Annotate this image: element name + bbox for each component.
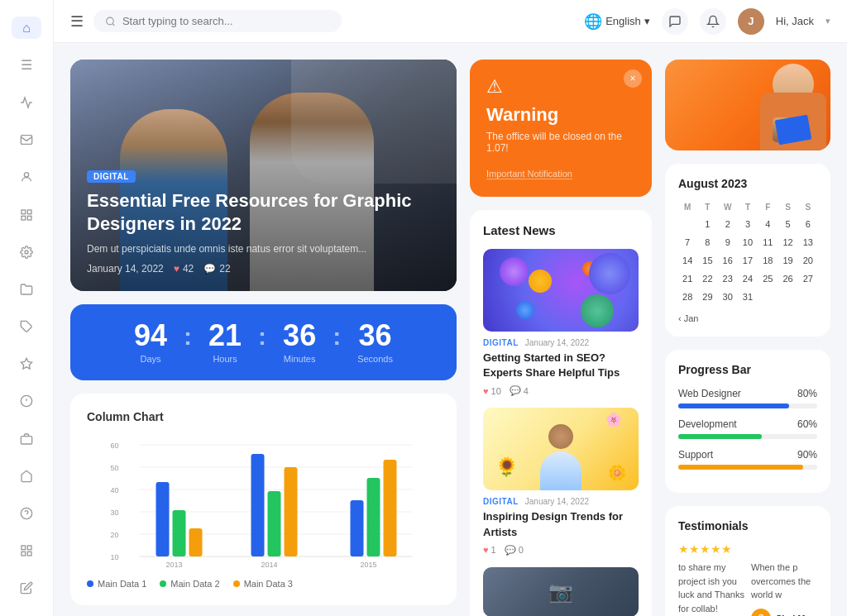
sidebar-item-document[interactable]: ☰ <box>12 54 41 76</box>
cal-day-24[interactable]: 24 <box>739 270 757 287</box>
chart-legend: Main Data 1 Main Data 2 Main Data 3 <box>87 579 440 589</box>
svg-rect-43 <box>384 460 397 556</box>
warning-close-button[interactable]: × <box>624 69 642 88</box>
svg-rect-41 <box>351 500 364 556</box>
countdown-sep2: : <box>258 322 266 351</box>
cal-day-30[interactable]: 30 <box>719 289 737 305</box>
cal-day-25[interactable]: 25 <box>758 270 777 287</box>
cal-day-20[interactable]: 20 <box>799 252 817 269</box>
svg-text:10: 10 <box>111 553 119 561</box>
sidebar-item-chart[interactable] <box>12 91 41 113</box>
testimonials-content: to share my project ish you luck and Tha… <box>678 561 817 616</box>
topnav: ☰ 🌐 English ▾ J Hi, Jack ▾ <box>54 0 847 43</box>
main-wrapper: ☰ 🌐 English ▾ J Hi, Jack ▾ <box>54 0 847 616</box>
cal-header-s2: S <box>799 200 817 214</box>
cal-day-21[interactable]: 21 <box>678 270 696 287</box>
chart-card: Column Chart 60 50 40 30 <box>70 394 457 605</box>
cal-day-16[interactable]: 16 <box>719 252 737 269</box>
cal-empty-2 <box>758 289 777 305</box>
news-item-2-stats: ♥ 1 💬 0 <box>483 545 639 556</box>
sidebar-item-user[interactable] <box>12 166 41 189</box>
svg-line-20 <box>112 23 114 25</box>
cal-day-26[interactable]: 26 <box>778 270 797 287</box>
cal-day-18[interactable]: 18 <box>758 252 777 269</box>
cal-day-13[interactable]: 13 <box>799 234 817 251</box>
sidebar-item-star[interactable] <box>12 353 41 375</box>
cal-day-19[interactable]: 19 <box>778 252 797 269</box>
sidebar-item-settings[interactable] <box>12 241 41 263</box>
legend-main-data-1: Main Data 1 <box>87 579 146 589</box>
search-bar[interactable] <box>93 10 342 32</box>
svg-point-19 <box>107 17 114 25</box>
sidebar-item-home[interactable]: ⌂ <box>12 17 41 39</box>
news-item-1-tag-row: DIGITAL January 14, 2022 <box>483 338 639 347</box>
cal-day-5[interactable]: 5 <box>778 216 797 232</box>
cal-day-8[interactable]: 8 <box>698 234 716 251</box>
news-item-2: 🌻 🌼 🌸 DIGITAL January 14, 2022 Inspiring… <box>483 408 639 555</box>
news-item-2-likes: ♥ 1 <box>483 545 496 555</box>
chart-svg: 60 50 40 30 20 10 2013 <box>87 437 440 569</box>
cal-empty-4 <box>799 289 817 305</box>
sidebar-item-folder[interactable] <box>12 278 41 300</box>
cal-day-22[interactable]: 22 <box>698 270 716 287</box>
search-input[interactable] <box>122 15 330 27</box>
sidebar-item-mail[interactable] <box>12 129 41 151</box>
testimonial-1-text: to share my project ish you luck and Tha… <box>678 561 744 615</box>
sidebar-item-briefcase[interactable] <box>12 427 41 450</box>
cal-day-14[interactable]: 14 <box>678 252 696 269</box>
progress-development-bg <box>678 434 817 439</box>
user-chevron-icon[interactable]: ▾ <box>825 16 830 26</box>
warning-card: × ⚠ Warning The office will be closed on… <box>470 60 652 197</box>
sidebar-item-building[interactable] <box>12 203 41 226</box>
avatar[interactable]: J <box>738 8 764 35</box>
hero-date: January 14, 2022 <box>87 263 164 275</box>
calendar-grid: M T W T F S S 1 2 3 4 5 6 7 <box>678 200 817 305</box>
cal-day-12[interactable]: 12 <box>778 234 797 251</box>
sidebar-item-edit[interactable] <box>12 577 41 599</box>
calendar-prev-button[interactable]: ‹ Jan <box>678 313 698 323</box>
middle-column: × ⚠ Warning The office will be closed on… <box>470 60 652 616</box>
sidebar-item-store[interactable] <box>12 465 41 487</box>
progress-item-development: Development 60% <box>678 418 817 439</box>
cal-day-28[interactable]: 28 <box>678 289 696 305</box>
testimonial-2-avatar: S <box>751 609 771 617</box>
cal-day-31[interactable]: 31 <box>739 289 757 305</box>
warning-link[interactable]: Important Notification <box>486 169 572 179</box>
cal-header-w: W <box>719 200 737 214</box>
cal-day-9[interactable]: 9 <box>719 234 737 251</box>
cal-day-23[interactable]: 23 <box>719 270 737 287</box>
cal-day-10[interactable]: 10 <box>739 234 757 251</box>
cal-day-29[interactable]: 29 <box>698 289 716 305</box>
user-greeting[interactable]: Hi, Jack <box>776 15 814 27</box>
hero-tag: DIGITAL <box>87 170 136 183</box>
progress-web-designer-bg <box>678 404 817 408</box>
news-item-2-image: 🌻 🌼 🌸 <box>483 408 639 490</box>
progress-support-label: Support 90% <box>678 449 817 461</box>
svg-rect-12 <box>21 436 31 443</box>
cal-day-17[interactable]: 17 <box>739 252 757 269</box>
warning-text: The office will be closed on the 1.07! <box>486 131 635 154</box>
testimonials-card: Testimonials ★★★★★ to share my project i… <box>665 506 830 616</box>
sidebar-item-help[interactable] <box>12 502 41 524</box>
svg-rect-34 <box>173 510 186 556</box>
chat-icon-button[interactable] <box>662 8 688 35</box>
cal-day-11[interactable]: 11 <box>758 234 777 251</box>
sidebar-item-tag[interactable] <box>12 316 41 338</box>
svg-rect-16 <box>27 546 31 550</box>
svg-rect-33 <box>156 482 170 556</box>
menu-icon[interactable]: ☰ <box>70 12 84 31</box>
testimonial-1: to share my project ish you luck and Tha… <box>678 561 744 616</box>
sidebar-item-circle[interactable] <box>12 390 41 413</box>
notification-icon-button[interactable] <box>700 8 726 35</box>
cal-day-6[interactable]: 6 <box>799 216 817 232</box>
language-selector[interactable]: 🌐 English ▾ <box>584 12 650 31</box>
calendar-footer: ‹ Jan <box>678 313 817 323</box>
cal-day-3[interactable]: 3 <box>739 216 757 232</box>
cal-day-7[interactable]: 7 <box>678 234 696 251</box>
cal-day-27[interactable]: 27 <box>799 270 817 287</box>
cal-day-15[interactable]: 15 <box>698 252 716 269</box>
cal-day-2[interactable]: 2 <box>719 216 737 232</box>
cal-day-1[interactable]: 1 <box>698 216 716 232</box>
cal-day-4[interactable]: 4 <box>758 216 777 232</box>
sidebar-item-grid[interactable] <box>12 540 41 562</box>
